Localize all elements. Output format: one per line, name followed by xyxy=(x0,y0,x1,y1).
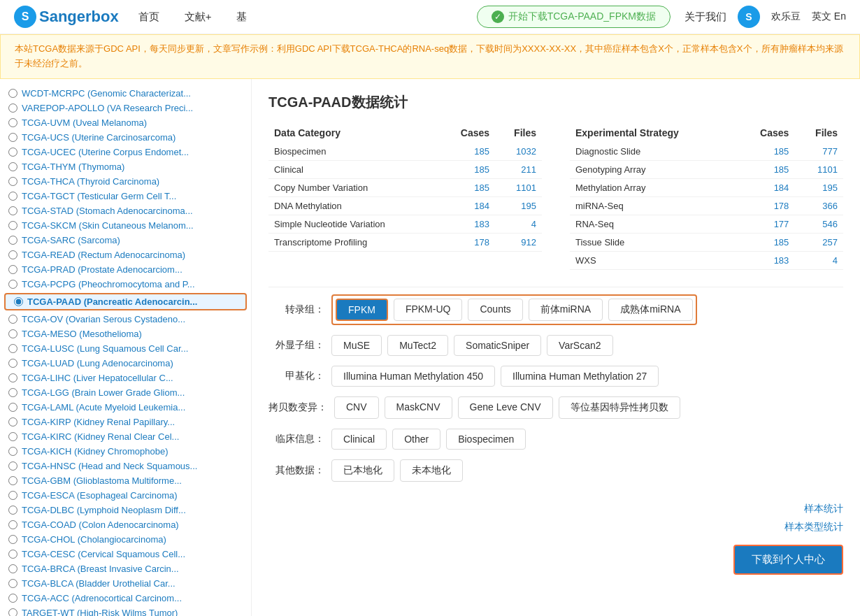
sidebar-radio[interactable] xyxy=(8,118,17,127)
mutation-buttons-btn-2[interactable]: SomaticSniper xyxy=(454,335,541,356)
sidebar-radio[interactable] xyxy=(8,447,17,456)
sidebar-radio[interactable] xyxy=(8,564,17,573)
sidebar-item[interactable]: TCGA-THYM (Thymoma) xyxy=(0,159,251,174)
sidebar-radio[interactable] xyxy=(8,133,17,142)
sidebar-radio[interactable] xyxy=(8,461,17,471)
nav-base[interactable]: 基 xyxy=(231,8,252,27)
sidebar-item[interactable]: TCGA-TGCT (Testicular Germ Cell T... xyxy=(0,189,251,203)
sidebar-radio[interactable] xyxy=(8,403,17,412)
sidebar-item[interactable]: TCGA-ACC (Adrenocortical Carcinom... xyxy=(0,591,251,606)
about-link[interactable]: 关于我们 xyxy=(685,10,726,24)
sidebar-radio[interactable] xyxy=(14,297,23,306)
lang-switch[interactable]: 英文 En xyxy=(812,10,846,23)
sidebar-item[interactable]: TCGA-LGG (Brain Lower Grade Gliom... xyxy=(0,385,251,400)
sidebar-item[interactable]: TCGA-PCPG (Pheochromocytoma and P... xyxy=(0,277,251,292)
transcriptome-buttons-btn-2[interactable]: Counts xyxy=(468,299,522,321)
sidebar-radio[interactable] xyxy=(8,476,17,485)
sidebar-radio[interactable] xyxy=(8,373,17,382)
sidebar-item[interactable]: TCGA-GBM (Glioblastoma Multiforme... xyxy=(0,473,251,488)
sidebar-item[interactable]: TCGA-CHOL (Cholangiocarcinoma) xyxy=(0,532,251,547)
sidebar-item[interactable]: TCGA-UCEC (Uterine Corpus Endomet... xyxy=(0,145,251,159)
sample-stat-link[interactable]: 样本统计 xyxy=(804,503,843,515)
sidebar-radio[interactable] xyxy=(8,315,17,324)
sidebar-item[interactable]: TCGA-LAML (Acute Myeloid Leukemia... xyxy=(0,400,251,415)
sidebar-radio[interactable] xyxy=(8,344,17,353)
sidebar-item[interactable]: TCGA-COAD (Colon Adenocarcinoma) xyxy=(0,517,251,532)
sidebar-radio[interactable] xyxy=(8,579,17,588)
methylation-buttons-btn-1[interactable]: Illumina Human Methylation 27 xyxy=(501,366,659,387)
transcriptome-buttons-btn-4[interactable]: 成熟体miRNA xyxy=(608,299,692,321)
sidebar-radio[interactable] xyxy=(8,432,17,441)
methylation-buttons-btn-0[interactable]: Illumina Human Methylation 450 xyxy=(331,366,495,387)
sidebar-radio[interactable] xyxy=(8,236,17,245)
sidebar-radio[interactable] xyxy=(8,359,17,368)
transcriptome-buttons-btn-0[interactable]: FPKM xyxy=(336,299,388,321)
sidebar-item[interactable]: TARGET-WT (High-Risk Wilms Tumor) xyxy=(0,606,251,616)
sidebar-item[interactable]: TCGA-OV (Ovarian Serous Cystadeno... xyxy=(0,312,251,327)
sidebar-radio[interactable] xyxy=(8,594,17,603)
sidebar-radio[interactable] xyxy=(8,520,17,529)
sidebar-item[interactable]: TCGA-KIRC (Kidney Renal Clear Cel... xyxy=(0,429,251,444)
sidebar-item[interactable]: TCGA-ESCA (Esophageal Carcinoma) xyxy=(0,488,251,503)
sidebar-radio[interactable] xyxy=(8,550,17,559)
sidebar-radio[interactable] xyxy=(8,535,17,544)
other-buttons-btn-0[interactable]: 已本地化 xyxy=(331,459,394,482)
sidebar-item[interactable]: TCGA-SARC (Sarcoma) xyxy=(0,233,251,248)
mutation-buttons-btn-3[interactable]: VarScan2 xyxy=(547,335,612,356)
sidebar-item[interactable]: TCGA-SKCM (Skin Cutaneous Melanom... xyxy=(0,218,251,233)
mutation-buttons-btn-1[interactable]: MuTect2 xyxy=(387,335,448,356)
sidebar-radio[interactable] xyxy=(8,265,17,274)
sample-type-stat-link[interactable]: 样本类型统计 xyxy=(784,521,843,533)
sidebar-item[interactable]: TCGA-UVM (Uveal Melanoma) xyxy=(0,115,251,130)
nav-literature[interactable]: 文献+ xyxy=(179,8,217,27)
sidebar-item[interactable]: TCGA-BRCA (Breast Invasive Carcin... xyxy=(0,561,251,576)
cnv-buttons-btn-3[interactable]: 等位基因特异性拷贝数 xyxy=(559,396,680,419)
sidebar-radio[interactable] xyxy=(8,162,17,171)
cnv-buttons-btn-2[interactable]: Gene Leve CNV xyxy=(458,396,553,419)
clinical-buttons-btn-1[interactable]: Other xyxy=(392,429,440,450)
sidebar-item[interactable]: TCGA-PAAD (Pancreatic Adenocarcin... xyxy=(4,293,247,310)
sidebar-item[interactable]: TCGA-KICH (Kidney Chromophobe) xyxy=(0,444,251,459)
logo[interactable]: S Sangerbox xyxy=(14,6,119,28)
sidebar-radio[interactable] xyxy=(8,148,17,157)
clinical-buttons-btn-0[interactable]: Clinical xyxy=(331,429,387,450)
sidebar-radio[interactable] xyxy=(8,388,17,397)
sidebar-item[interactable]: TCGA-DLBC (Lymphoid Neoplasm Diff... xyxy=(0,503,251,517)
transcriptome-buttons-btn-3[interactable]: 前体miRNA xyxy=(529,299,603,321)
sidebar-radio[interactable] xyxy=(8,608,17,616)
sidebar-radio[interactable] xyxy=(8,250,17,259)
sidebar-item[interactable]: TCGA-PRAD (Prostate Adenocarciom... xyxy=(0,262,251,277)
sidebar-radio[interactable] xyxy=(8,506,17,515)
nav-home[interactable]: 首页 xyxy=(133,8,165,27)
sidebar-item[interactable]: TCGA-MESO (Mesothelioma) xyxy=(0,327,251,341)
sidebar-item[interactable]: TCGA-READ (Rectum Adenocarcinoma) xyxy=(0,248,251,262)
cnv-buttons-btn-0[interactable]: CNV xyxy=(334,396,379,419)
sidebar-radio[interactable] xyxy=(8,329,17,338)
sidebar-item[interactable]: TCGA-LUAD (Lung Adenocarcinoma) xyxy=(0,356,251,371)
sidebar-item[interactable]: TCGA-CESC (Cervical Squamous Cell... xyxy=(0,547,251,561)
sidebar-item[interactable]: TCGA-KIRP (Kidney Renal Papillary... xyxy=(0,415,251,429)
sidebar-item[interactable]: TCGA-STAD (Stomach Adenocarcinoma... xyxy=(0,203,251,218)
sidebar-radio[interactable] xyxy=(8,177,17,186)
sidebar-item[interactable]: VAREPOP-APOLLO (VA Research Preci... xyxy=(0,101,251,115)
sidebar-item[interactable]: TCGA-LUSC (Lung Squamous Cell Car... xyxy=(0,341,251,356)
transcriptome-buttons-btn-1[interactable]: FPKM-UQ xyxy=(394,299,463,321)
sidebar-item[interactable]: TCGA-LIHC (Liver Hepatocellular C... xyxy=(0,371,251,385)
sidebar-radio[interactable] xyxy=(8,89,17,98)
sidebar-radio[interactable] xyxy=(8,417,17,427)
sidebar-item[interactable]: TCGA-HNSC (Head and Neck Squamous... xyxy=(0,459,251,473)
cnv-buttons-btn-1[interactable]: MaskCNV xyxy=(385,396,452,419)
sidebar-radio[interactable] xyxy=(8,491,17,500)
sidebar-item[interactable]: TCGA-UCS (Uterine Carcinosarcoma) xyxy=(0,130,251,145)
sidebar-radio[interactable] xyxy=(8,192,17,201)
other-buttons-btn-1[interactable]: 未本地化 xyxy=(400,459,463,482)
clinical-buttons-btn-2[interactable]: Biospecimen xyxy=(446,429,526,450)
mutation-buttons-btn-0[interactable]: MuSE xyxy=(331,335,382,356)
sidebar-radio[interactable] xyxy=(8,221,17,230)
sidebar-radio[interactable] xyxy=(8,103,17,113)
sidebar-radio[interactable] xyxy=(8,280,17,289)
sidebar-item[interactable]: TCGA-BLCA (Bladder Urothelial Car... xyxy=(0,576,251,591)
sidebar-item[interactable]: TCGA-THCA (Thyroid Carcinoma) xyxy=(0,174,251,189)
sidebar-item[interactable]: WCDT-MCRPC (Genomic Characterizat... xyxy=(0,86,251,101)
sidebar-radio[interactable] xyxy=(8,206,17,215)
